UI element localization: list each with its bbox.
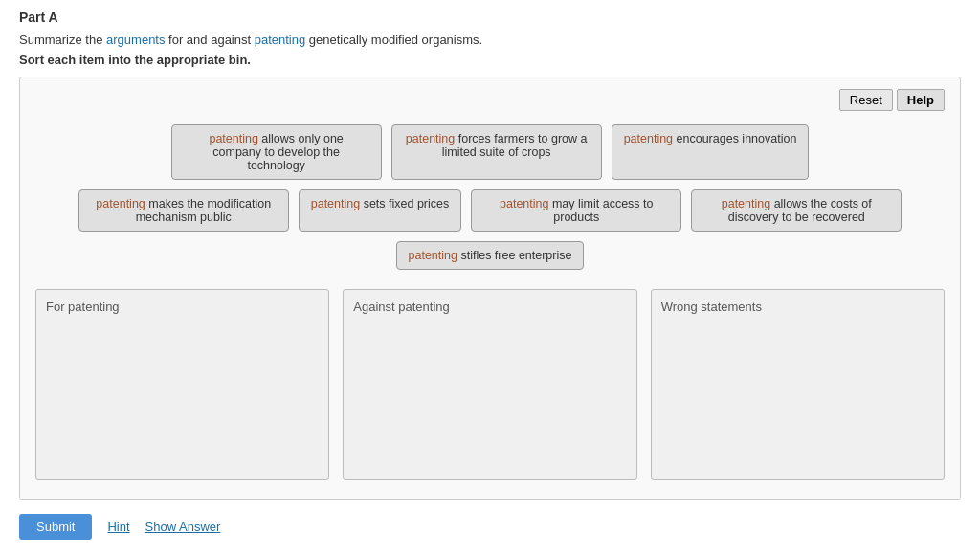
- toolbar: Reset Help: [35, 89, 945, 111]
- drag-item-4[interactable]: patenting makes the modification mechani…: [78, 189, 289, 232]
- show-answer-link[interactable]: Show Answer: [145, 520, 221, 534]
- instructions: Summarize the arguments for and against …: [19, 33, 961, 47]
- drag-item-7[interactable]: patenting allows the costs of discovery …: [691, 189, 902, 232]
- submit-button[interactable]: Submit: [19, 514, 92, 540]
- bin-for-patenting[interactable]: For patenting: [35, 289, 329, 480]
- sort-instruction: Sort each item into the appropriate bin.: [19, 53, 961, 67]
- drag-row-1: patenting allows only one company to dev…: [171, 124, 810, 180]
- bin-against-patenting-label: Against patenting: [353, 299, 626, 314]
- bin-against-patenting[interactable]: Against patenting: [343, 289, 636, 480]
- drag-item-1[interactable]: patenting allows only one company to dev…: [171, 124, 382, 180]
- hint-link[interactable]: Hint: [107, 520, 129, 534]
- drag-item-3[interactable]: patenting encourages innovation: [612, 124, 810, 180]
- drag-row-3: patenting stifles free enterprise: [396, 241, 585, 270]
- drag-item-6[interactable]: patenting may limit access to products: [471, 189, 681, 232]
- help-button[interactable]: Help: [897, 89, 945, 111]
- bin-wrong-statements-label: Wrong statements: [661, 299, 934, 314]
- footer-bar: Submit Hint Show Answer: [19, 514, 961, 540]
- part-title: Part A: [19, 10, 961, 25]
- reset-button[interactable]: Reset: [839, 89, 893, 111]
- drag-item-2[interactable]: patenting forces farmers to grow a limit…: [391, 124, 602, 180]
- drag-row-2: patenting makes the modification mechani…: [78, 189, 902, 232]
- main-container: Reset Help patenting allows only one com…: [19, 77, 961, 500]
- drag-area: patenting allows only one company to dev…: [35, 124, 945, 270]
- drag-item-5[interactable]: patenting sets fixed prices: [299, 189, 462, 232]
- bin-wrong-statements[interactable]: Wrong statements: [651, 289, 945, 480]
- bins-container: For patenting Against patenting Wrong st…: [35, 289, 945, 480]
- drag-item-8[interactable]: patenting stifles free enterprise: [396, 241, 585, 270]
- bin-for-patenting-label: For patenting: [46, 299, 319, 314]
